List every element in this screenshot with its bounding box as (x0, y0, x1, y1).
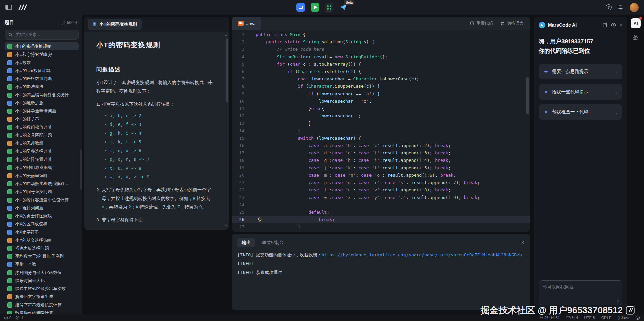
scroll-up-icon[interactable]: ▲ (225, 34, 227, 37)
code-line[interactable]: 27 } (232, 223, 530, 231)
sidebar-item-problem[interactable]: 小U的问号替换问题 (5, 188, 79, 196)
sidebar-item-problem[interactable]: 小U的严格数组判断 (5, 75, 79, 83)
code-line[interactable]: 18 case 'g':case 'h': case 'i':result.ap… (232, 157, 530, 164)
console-close-icon[interactable]: × (521, 240, 524, 245)
sidebar-item-problem[interactable]: 小U走排列问题 (5, 204, 79, 212)
sidebar-item-problem[interactable]: 括号字符串最短长度计算 (5, 301, 79, 309)
code-line[interactable]: 13 } (232, 120, 530, 127)
marscode-logo[interactable] (18, 4, 28, 11)
send-app-icon[interactable]: Beta (339, 3, 348, 12)
ai-close-icon[interactable]: × (619, 23, 622, 28)
code-lines[interactable]: 1public class Main {2 public static Stri… (232, 30, 530, 231)
code-line[interactable]: 2 public static String solution(String s… (232, 38, 530, 46)
tab-debug-console[interactable]: 调试控制台 (262, 240, 284, 246)
sidebar-item-problem[interactable]: 小U的地砖之旅 (5, 99, 79, 107)
ai-suggestion-card[interactable]: 需要一点思路提示→ (539, 64, 622, 79)
sidebar-item-problem[interactable]: 小U的种田游戏挑战 (5, 164, 79, 172)
ai-toggle-button[interactable]: AI (631, 18, 641, 28)
sidebar-item-problem[interactable]: 平衡三个数 (5, 260, 79, 269)
sidebar-item-problem[interactable]: 小U的餐厅客流量中位值计算 (5, 196, 79, 204)
sidebar-item-problem[interactable]: 快乐时间最大化 (5, 277, 79, 285)
code-line[interactable]: 15 switch (lowercasechar) { (232, 135, 530, 142)
open-in-window-icon[interactable] (603, 23, 608, 28)
code-line[interactable]: 5 for (char c : s.toCharArray()) { (232, 61, 530, 68)
switch-language-button[interactable]: 切换语言 (500, 21, 524, 26)
window-app-icon[interactable] (296, 3, 305, 12)
problem-scrollbar[interactable] (226, 38, 228, 102)
code-line[interactable]: 22 case 't':case 'u': case 'v':result.ap… (232, 186, 530, 194)
feedback-smiley-icon[interactable] (635, 315, 640, 320)
code-line[interactable]: 17 case 'd':case 'e': case 'f':result.ap… (232, 149, 530, 157)
user-avatar[interactable] (630, 3, 639, 12)
sidebar-item-problem[interactable]: 小U的好子串 (5, 115, 79, 123)
sidebar-item-problem[interactable]: 小U的早餐选择计算 (5, 147, 79, 155)
ai-question-input[interactable]: 你可以问我问题 (539, 280, 622, 305)
sidebar-item-problem[interactable]: 小U数数 (5, 59, 79, 67)
sidebar-item-problem[interactable]: 折叠回文字符串生成 (5, 293, 79, 301)
editor-scrollbar[interactable] (526, 77, 529, 114)
sidebar-item-problem[interactable]: 小U的加法魔法 (5, 83, 79, 91)
help-icon[interactable]: ? (606, 4, 612, 10)
code-line[interactable]: 6 if (Character.isLetter(c)) { (232, 68, 530, 75)
code-line[interactable]: 12 lowercasechar--; (232, 112, 530, 120)
code-line[interactable]: 1public class Main { (232, 31, 530, 38)
difficulty-icon (7, 109, 12, 114)
sidebar-item-problem[interactable]: 小X的勇士打怪游戏 (5, 212, 79, 220)
sidebar-item-problem[interactable]: 小X的区间或值和 (5, 220, 79, 228)
sidebar-item-problem[interactable]: 小U的商品编号特殊含义统计 (5, 91, 79, 99)
code-line[interactable]: 3 // write code here (232, 46, 530, 53)
history-icon[interactable] (611, 23, 616, 28)
sidebar-item-problem[interactable]: 小U的数组权值计算 (5, 123, 79, 131)
bell-icon[interactable] (618, 5, 623, 10)
code-line[interactable]: 11 }else{ (232, 105, 530, 112)
sidebar-item-problem[interactable]: 巧克力板选择问题 (5, 244, 79, 252)
code-line[interactable]: 21 case 'p':case 'q': case 'r': case 's'… (232, 179, 530, 186)
run-app-icon[interactable] (311, 3, 319, 12)
search-input[interactable]: 关键字搜索... (5, 30, 79, 40)
info-indicator[interactable]: 1 (15, 316, 23, 320)
sidebar-item-problem[interactable]: 小X走字符串 (5, 228, 79, 236)
lightbulb-icon[interactable] (258, 217, 262, 222)
code-line[interactable]: 19 case 'j':case 'k': case 'l':result.ap… (232, 164, 530, 172)
code-line[interactable]: 25 default: (232, 209, 530, 216)
sidebar-item-problem[interactable]: 小U的'chi'权值计算 (5, 67, 79, 75)
sidebar-item-problem[interactable]: 小U的矩阵转置计算 (5, 155, 79, 164)
sidebar-item-problem[interactable]: 小U的文具匹配问题 (5, 131, 79, 139)
code-line[interactable]: 24 (232, 201, 530, 209)
ai-suggestion-card[interactable]: 给我一些代码提示→ (539, 84, 622, 100)
code-line[interactable]: 7 char lowercasechar = Character.toLower… (232, 75, 530, 83)
reset-code-button[interactable]: 重置代码 (470, 21, 493, 26)
sidebar-item-problem[interactable]: 小Y的基金选择策略 (5, 236, 79, 244)
feedback-link[interactable]: https://bytedance.larkoffice.com/share/b… (322, 252, 522, 257)
code-line[interactable]: 16 case 'a':case 'b': case 'c':result.ap… (232, 142, 530, 149)
code-line[interactable]: 23 case 'w':case 'x': case 'y': case 'z'… (232, 194, 530, 201)
sidebar-item-problem[interactable]: 小U的无趣数组 (5, 139, 79, 147)
code-line[interactable]: 4 StringBuilder result= new StringBuilde… (232, 53, 530, 61)
sidebar-item-problem[interactable]: 小U的美丽串编辑 (5, 172, 79, 180)
code-line[interactable]: 9 if (lowercasechar == 'a') { (232, 90, 530, 98)
sidebar-item-problem[interactable]: 平均数大于x的最长子序列 (5, 252, 79, 260)
language-tab[interactable]: Java (232, 17, 261, 30)
tab-output[interactable]: 输出 (237, 238, 255, 247)
sidebar-item-problem[interactable]: 小U和字符'R'的喜好 (5, 50, 79, 59)
sidebar-item-problem[interactable]: 小U的自动贩卖机硬币赚取... (5, 180, 79, 188)
sidebar-item-problem[interactable]: 小T的密码变换规则 (5, 42, 79, 50)
code-line[interactable]: 10 lowercasechar = 'z'; (232, 98, 530, 105)
errors-indicator[interactable]: 0 (4, 316, 11, 320)
sidebar-item-problem[interactable]: 序列划分与最大化函数值 (5, 269, 79, 277)
debug-rail-icon[interactable] (632, 34, 639, 41)
code-line[interactable]: 14 } (232, 127, 530, 135)
bug-app-icon[interactable] (325, 3, 333, 12)
sidebar-item-problem[interactable]: 快递中转站的最少出车次数 (5, 285, 79, 293)
problem-tab[interactable]: 小T的密码变换规则 (88, 19, 142, 30)
code-line[interactable]: 26 break; (232, 216, 530, 223)
ai-suggestion-card[interactable]: 帮我检查一下代码→ (539, 104, 622, 120)
sidebar-item-problem[interactable]: 小U的奖学金申请问题 (5, 107, 79, 115)
code-line[interactable]: 8 if (Character.isUpperCase(c)) { (232, 83, 530, 90)
code-line[interactable]: 20 case 'm': case 'n': case 'o': result.… (232, 172, 530, 179)
sidebar-scrollbar[interactable] (80, 149, 82, 190)
sidebar-toggle-icon[interactable] (5, 5, 12, 10)
circle-slash-icon (4, 316, 8, 320)
scroll-down-icon[interactable]: ▼ (225, 224, 227, 227)
sidebar-item-problem[interactable]: 数值操作的粗略计算 (5, 309, 79, 314)
